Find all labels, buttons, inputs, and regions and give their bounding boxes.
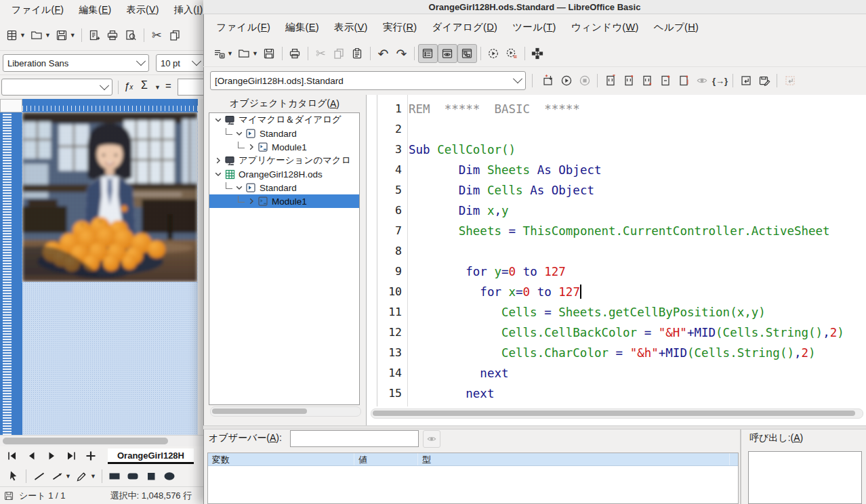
code-line-3[interactable]: 3Sub CellColor() (366, 140, 866, 160)
code-line-2[interactable]: 2 (366, 119, 866, 140)
folder-button[interactable] (235, 45, 253, 62)
import-src-button[interactable] (737, 72, 755, 89)
floppy-button[interactable] (53, 26, 71, 44)
code-line-4[interactable]: 4 Dim Sheets As Object (366, 160, 866, 180)
scrollbar-thumb[interactable] (212, 408, 307, 414)
gear-run-button[interactable] (484, 45, 503, 62)
select-all-corner[interactable] (0, 99, 22, 112)
step-out-button[interactable] (638, 72, 656, 89)
scissors-button[interactable]: ✂ (148, 26, 166, 44)
code-line-7[interactable]: 7 Sheets = ThisComponent.CurrentControll… (366, 221, 866, 241)
printer-button[interactable] (286, 45, 304, 62)
scissors-button[interactable]: ✂ (312, 45, 330, 62)
run-button[interactable] (557, 72, 575, 89)
plus-button[interactable] (81, 447, 100, 465)
folder-button[interactable] (28, 26, 46, 44)
basic-menu-6[interactable]: ウィンドウ(W) (564, 18, 646, 37)
enable-watch-button[interactable] (423, 430, 440, 448)
chevron-down-icon[interactable] (213, 169, 223, 179)
basic-menu-5[interactable]: ツール(T) (505, 18, 564, 37)
formula-input[interactable] (178, 79, 205, 96)
basic-menu-2[interactable]: 表示(V) (327, 18, 375, 37)
horizontal-splitter[interactable] (203, 425, 866, 429)
eye-button[interactable] (693, 72, 711, 89)
tree-item-standard[interactable]: Standard (209, 127, 359, 140)
basic-menu-0[interactable]: ファイル(F) (209, 18, 278, 37)
panel-catalog-button[interactable] (418, 44, 438, 63)
export-src-button[interactable] (755, 72, 773, 89)
shape-rect-button[interactable] (106, 467, 124, 485)
line-button[interactable] (30, 467, 48, 485)
redo-button[interactable]: ↷ (392, 45, 411, 62)
preview-button[interactable] (122, 26, 140, 44)
step-into-button[interactable] (619, 72, 638, 89)
chevron-down-icon[interactable] (213, 115, 223, 125)
font-name-combobox[interactable]: Liberation Sans (3, 54, 149, 72)
shape-rrect-button[interactable] (124, 467, 142, 485)
basic-menu-3[interactable]: 実行(R) (375, 18, 425, 37)
watch-input[interactable] (290, 430, 419, 447)
row-header[interactable] (0, 112, 22, 435)
pdf-export-button[interactable] (85, 26, 104, 44)
code-line-14[interactable]: 14 next (366, 363, 866, 383)
tree-item-module1[interactable]: Module1 (209, 194, 359, 208)
code-line-15[interactable]: 15 next (366, 383, 866, 404)
chevron-down-icon[interactable] (234, 129, 244, 138)
scrollbar-thumb[interactable] (3, 438, 168, 444)
nav-prev-button[interactable] (22, 447, 41, 465)
tree-item-standard[interactable]: Standard (209, 181, 359, 194)
code-line-6[interactable]: 6 Dim x,y (366, 201, 866, 221)
chevron-right-icon[interactable] (247, 196, 256, 206)
nav-next-button[interactable] (42, 447, 60, 465)
code-line-9[interactable]: 9 for y=0 to 127 (366, 261, 866, 282)
chevron-right-icon[interactable] (213, 156, 223, 165)
new-grid-button[interactable] (3, 26, 21, 44)
selected-cells-area[interactable] (22, 282, 205, 435)
code-horizontal-scrollbar[interactable] (371, 408, 863, 419)
copy-button[interactable] (330, 45, 348, 62)
code-line-8[interactable]: 8 (366, 241, 866, 261)
basic-menu-7[interactable]: ヘルプ(H) (646, 18, 706, 37)
code-line-10[interactable]: 10 for x=0 to 127 (366, 282, 866, 302)
basic-title-bar[interactable]: OrangeGirl128H.ods.Standard — LibreOffic… (203, 0, 866, 14)
compile-button[interactable] (539, 72, 557, 89)
code-line-11[interactable]: 11 Cells = Sheets.getCellByPosition(x,y) (366, 302, 866, 322)
gear-run-red-button[interactable] (503, 45, 521, 62)
copy-button[interactable] (166, 26, 184, 44)
dialog-import-button[interactable] (781, 72, 799, 89)
sum-icon[interactable]: Σ (141, 79, 148, 91)
panel-watch-button[interactable] (438, 44, 457, 63)
paste-button[interactable] (348, 45, 367, 62)
function-wizard-icon[interactable]: ƒx (124, 80, 133, 91)
calc-horizontal-scrollbar[interactable] (0, 435, 205, 446)
call-stack-list[interactable] (748, 451, 862, 504)
arrow-button[interactable] (48, 467, 66, 485)
stop-button[interactable] (575, 72, 594, 89)
new-module-button[interactable] (210, 45, 228, 62)
nav-first-button[interactable] (3, 447, 21, 465)
panel-splitter[interactable] (740, 429, 741, 504)
cell-mosaic-image-girl-with-oranges[interactable] (22, 112, 197, 282)
column-header[interactable] (22, 99, 205, 112)
library-combobox[interactable]: [OrangeGirl128H.ods].Standard (210, 71, 526, 90)
calc-menu-0[interactable]: ファイル(F) (4, 1, 71, 19)
tree-item-orangegirl128h-ods[interactable]: OrangeGirl128H.ods (209, 167, 359, 181)
freehand-button[interactable] (73, 467, 91, 485)
name-box[interactable] (1, 79, 112, 96)
catalog-horizontal-scrollbar[interactable] (210, 406, 361, 417)
step-proc-button[interactable] (601, 72, 619, 89)
calc-menu-2[interactable]: 表示(V) (119, 1, 166, 19)
floppy-button[interactable] (260, 45, 279, 62)
calc-menu-1[interactable]: 編集(E) (71, 1, 119, 19)
basic-menu-1[interactable]: 編集(E) (278, 18, 327, 37)
shape-ellipse-button[interactable] (161, 467, 179, 485)
tree-item--[interactable]: マイマクロ＆ダイアログ (209, 113, 359, 127)
nav-last-button[interactable] (62, 447, 80, 465)
printer-button[interactable] (104, 26, 122, 44)
basic-menu-4[interactable]: ダイアログ(D) (424, 18, 505, 37)
sheet-tab-orangegirl128h[interactable]: OrangeGirl128H (108, 448, 194, 464)
chevron-down-icon[interactable] (234, 183, 244, 192)
code-line-5[interactable]: 5 Dim Cells As Object (366, 180, 866, 201)
chevron-down-icon[interactable]: ▼ (154, 84, 161, 91)
font-size-combobox[interactable]: 10 pt (156, 54, 205, 72)
